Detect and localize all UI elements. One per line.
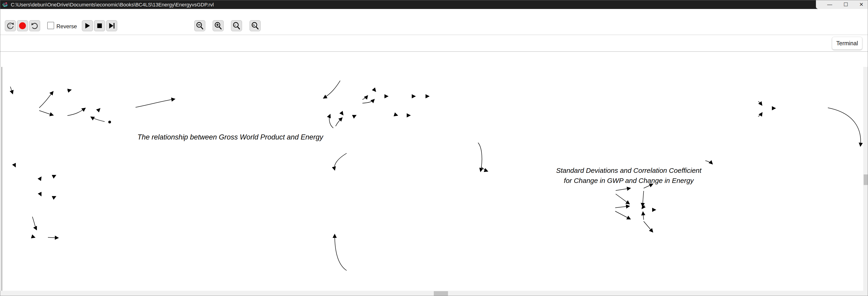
zoom-fit-button[interactable]: ⇆ — [250, 20, 260, 31]
tab-terminal[interactable]: Terminal — [832, 37, 862, 50]
zoom-in-button[interactable] — [213, 20, 224, 31]
vertical-scrollbar-thumb[interactable] — [864, 174, 868, 185]
window-title: C:\Users\debun\OneDrive\Documents\econom… — [11, 2, 214, 8]
record-button[interactable] — [17, 20, 28, 31]
toolbar: +xx+ Reverse Simulation Speed Slow Fast … — [0, 17, 868, 35]
wire-layer — [0, 67, 868, 291]
stats-title-line1: Standard Deviations and Correlation Coef… — [555, 167, 702, 174]
horizontal-scrollbar-thumb[interactable] — [434, 291, 448, 296]
app-icon — [2, 2, 8, 8]
svg-text:+x: +x — [8, 23, 11, 26]
svg-text:‹›: ‹› — [234, 23, 236, 27]
svg-text:x+: x+ — [8, 26, 11, 28]
wiring-canvas[interactable]: The relationship between Gross World Pro… — [0, 67, 868, 291]
maximize-button[interactable]: ☐ — [839, 1, 852, 8]
app-window: C:\Users\debun\OneDrive\Documents\econom… — [0, 0, 868, 296]
tool-palette — [0, 52, 868, 67]
window-controls: — ☐ ✕ — [816, 0, 868, 9]
stats-title-line2: for Change in GWP and Change in Energy — [555, 177, 702, 185]
reverse-checkbox[interactable] — [47, 22, 54, 29]
replay-button[interactable] — [29, 20, 40, 31]
canvas-border — [2, 67, 2, 291]
canvas-title: The relationship between Gross World Pro… — [137, 133, 323, 141]
title-bar: C:\Users\debun\OneDrive\Documents\econom… — [0, 0, 868, 9]
recalculate-button[interactable]: +xx+ — [5, 20, 16, 31]
reverse-label: Reverse — [56, 23, 77, 30]
horizontal-scrollbar[interactable] — [0, 291, 868, 296]
zoom-reset-button[interactable]: ‹› — [231, 20, 242, 31]
vertical-scrollbar[interactable] — [863, 67, 868, 291]
menu-bar — [0, 9, 868, 17]
play-button[interactable] — [82, 20, 93, 31]
minimize-button[interactable]: — — [823, 1, 837, 8]
zoom-out-button[interactable] — [194, 20, 205, 31]
stop-button[interactable] — [94, 20, 105, 31]
close-button[interactable]: ✕ — [855, 1, 868, 8]
svg-text:⇆: ⇆ — [253, 24, 255, 26]
tab-bar: Terminal — [0, 35, 868, 52]
step-button[interactable] — [106, 20, 117, 31]
